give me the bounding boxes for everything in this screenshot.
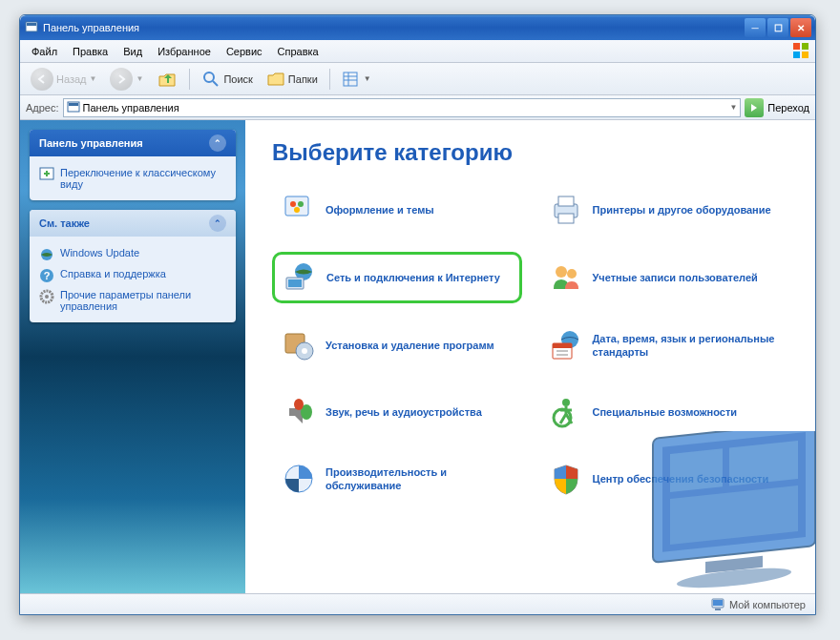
security-icon — [549, 462, 583, 496]
menubar: Файл Правка Вид Избранное Сервис Справка — [20, 40, 815, 63]
category-label: Дата, время, язык и региональные стандар… — [593, 332, 780, 360]
category-addremove[interactable]: Установка и удаление программ — [272, 320, 522, 370]
panel-header[interactable]: Панель управления ⌃ — [30, 130, 236, 156]
svg-line-7 — [213, 81, 218, 86]
category-printers[interactable]: Принтеры и другое оборудование — [539, 185, 789, 235]
printer-icon — [549, 193, 583, 227]
addremove-icon — [282, 328, 316, 362]
dateregion-icon — [549, 328, 583, 362]
up-button[interactable] — [152, 66, 182, 93]
body-area: Панель управления ⌃ Переключение к класс… — [20, 120, 815, 593]
svg-text:?: ? — [44, 270, 51, 281]
svg-point-22 — [298, 201, 304, 207]
control-panel-icon — [67, 101, 80, 114]
back-icon — [31, 68, 53, 91]
back-label: Назад — [56, 73, 87, 85]
menu-help[interactable]: Справка — [270, 43, 326, 60]
svg-point-30 — [556, 266, 567, 278]
palette-icon — [282, 193, 316, 227]
users-icon — [549, 260, 583, 295]
forward-icon — [110, 68, 133, 91]
category-accessibility[interactable]: Специальные возможности — [539, 387, 789, 437]
back-button[interactable]: Назад ▼ — [26, 65, 101, 93]
svg-rect-50 — [705, 556, 763, 573]
performance-icon — [282, 462, 316, 496]
category-security[interactable]: Центр обеспечения безопасности — [539, 454, 789, 504]
svg-rect-37 — [553, 343, 572, 348]
svg-rect-1 — [27, 23, 36, 26]
collapse-icon[interactable]: ⌃ — [209, 134, 226, 152]
category-users[interactable]: Учетные записи пользователей — [539, 252, 789, 303]
category-label: Оформление и темы — [326, 203, 434, 217]
globe-icon — [39, 247, 54, 262]
switch-view-icon — [39, 167, 54, 182]
category-label: Центр обеспечения безопасности — [593, 472, 769, 485]
svg-rect-26 — [558, 214, 574, 223]
panel-header[interactable]: См. также ⌃ — [30, 210, 236, 237]
window-frame: Панель управления ─ ☐ ✕ Файл Правка Вид … — [19, 14, 816, 615]
folders-icon — [266, 70, 285, 89]
arrow-right-icon — [748, 102, 760, 114]
svg-point-23 — [294, 207, 300, 213]
search-label: Поиск — [223, 73, 252, 85]
svg-rect-29 — [288, 279, 302, 287]
category-performance[interactable]: Производительность и обслуживание — [272, 454, 522, 504]
windows-update-link[interactable]: Windows Update — [39, 244, 226, 265]
switch-classic-link[interactable]: Переключение к классическому виду — [39, 164, 226, 193]
go-button[interactable] — [745, 98, 764, 117]
category-label: Производительность и обслуживание — [326, 465, 513, 493]
title-icon — [24, 20, 39, 35]
status-text: Мой компьютер — [729, 599, 806, 610]
help-support-link[interactable]: ? Справка и поддержка — [39, 265, 226, 286]
statusbar: Мой компьютер — [20, 593, 815, 614]
forward-button[interactable]: ▼ — [105, 65, 148, 93]
category-dateregion[interactable]: Дата, время, язык и региональные стандар… — [539, 320, 789, 370]
page-title: Выберите категорию — [272, 139, 788, 166]
chevron-down-icon: ▼ — [136, 74, 143, 83]
svg-rect-53 — [713, 600, 723, 606]
folders-button[interactable]: Папки — [262, 67, 323, 92]
maximize-button[interactable]: ☐ — [767, 18, 788, 37]
link-label: Справка и поддержка — [60, 268, 166, 279]
menu-favorites[interactable]: Избранное — [150, 43, 219, 60]
svg-rect-2 — [793, 43, 800, 50]
windows-logo-icon — [792, 42, 811, 61]
panel-see-also: См. также ⌃ Windows Update ? Справка и п… — [30, 210, 236, 322]
search-icon — [201, 70, 220, 89]
chevron-down-icon[interactable]: ▼ — [729, 103, 737, 112]
menu-tools[interactable]: Сервис — [219, 43, 270, 60]
collapse-icon[interactable]: ⌃ — [209, 215, 226, 232]
svg-point-19 — [45, 295, 49, 299]
svg-rect-25 — [558, 196, 574, 206]
category-appearance[interactable]: Оформление и темы — [272, 185, 522, 235]
chevron-down-icon: ▼ — [364, 74, 371, 83]
link-label: Windows Update — [60, 247, 139, 258]
address-input[interactable]: Панель управления ▼ — [63, 98, 742, 117]
views-button[interactable]: ▼ — [337, 68, 376, 91]
menu-file[interactable]: Файл — [24, 43, 65, 60]
folder-up-icon — [157, 69, 178, 90]
other-options-link[interactable]: Прочие параметры панели управления — [39, 286, 226, 315]
gear-icon — [39, 289, 54, 304]
category-sound[interactable]: Звук, речь и аудиоустройства — [272, 387, 522, 437]
titlebar[interactable]: Панель управления ─ ☐ ✕ — [20, 15, 815, 40]
svg-point-42 — [562, 399, 570, 406]
category-label: Сеть и подключения к Интернету — [326, 271, 500, 284]
svg-point-41 — [294, 399, 304, 410]
menu-edit[interactable]: Правка — [65, 43, 116, 60]
svg-point-6 — [204, 72, 214, 82]
toolbar: Назад ▼ ▼ Поиск Папки ▼ — [20, 63, 815, 95]
menu-view[interactable]: Вид — [116, 43, 150, 60]
close-button[interactable]: ✕ — [790, 18, 811, 37]
minimize-button[interactable]: ─ — [745, 18, 766, 37]
address-label: Адрес: — [26, 102, 59, 114]
accessibility-icon — [549, 395, 583, 429]
main-content: Выберите категорию Оформление и темы При… — [245, 120, 815, 593]
search-button[interactable]: Поиск — [197, 67, 257, 92]
category-network[interactable]: Сеть и подключения к Интернету — [272, 252, 522, 303]
svg-rect-4 — [793, 52, 800, 58]
svg-rect-3 — [802, 43, 808, 50]
panel-control-panel: Панель управления ⌃ Переключение к класс… — [30, 130, 236, 200]
addressbar: Адрес: Панель управления ▼ Переход — [20, 95, 815, 120]
sidebar: Панель управления ⌃ Переключение к класс… — [20, 120, 245, 593]
